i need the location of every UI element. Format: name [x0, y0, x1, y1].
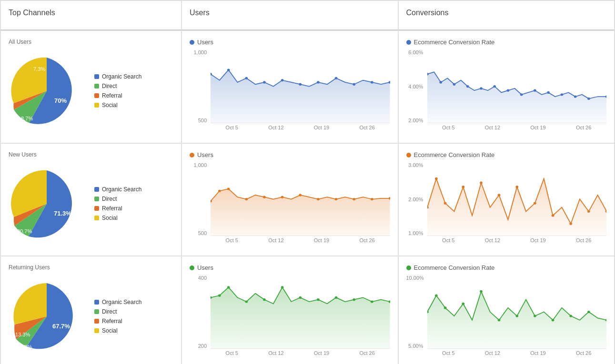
returning-conv-chart: 10.00% 5.00%: [406, 275, 607, 361]
svg-point-77: [462, 303, 464, 305]
svg-point-81: [534, 315, 536, 317]
svg-point-24: [547, 91, 550, 94]
svg-point-27: [587, 98, 590, 100]
legend-item-direct-2: Direct: [94, 196, 141, 202]
legend-item-referral-3: Referral: [94, 318, 141, 325]
organic-label: Organic Search: [102, 73, 141, 80]
all-users-pie-cell: All Users 70% 18.7% 7.3%: [0, 30, 181, 143]
svg-point-4: [227, 69, 230, 71]
legend-item-organic: Organic Search: [94, 73, 141, 80]
svg-text:70%: 70%: [54, 97, 67, 104]
legend-item-social-3: Social: [94, 327, 141, 334]
y-axis-3: 400 200: [190, 275, 209, 349]
svg-point-23: [534, 89, 536, 92]
svg-point-54: [569, 223, 572, 225]
col1-title: Top Channels: [9, 9, 173, 17]
x-axis-conv-3: Oct 5 Oct 12 Oct 19 Oct 26: [427, 350, 607, 361]
svg-text:71.3%: 71.3%: [54, 210, 71, 217]
svg-text:18.7%: 18.7%: [18, 116, 33, 121]
svg-point-6: [263, 81, 266, 83]
col3-title: Conversions: [406, 9, 607, 17]
conv-chart-label-2: Ecommerce Conversion Rate: [406, 151, 607, 158]
x-axis-2: Oct 5 Oct 12 Oct 19 Oct 26: [211, 237, 390, 248]
conv-label-3: Ecommerce Conversion Rate: [414, 264, 495, 271]
svg-point-40: [335, 198, 338, 200]
svg-point-34: [227, 187, 230, 190]
svg-point-46: [435, 177, 438, 180]
users-chart-label-1: Users: [190, 39, 390, 46]
conv-label-2: Ecommerce Conversion Rate: [414, 151, 495, 158]
all-users-pie: 70% 18.7% 7.3%: [9, 53, 85, 129]
social-dot-3: [94, 328, 99, 333]
returning-users-label: Returning Users: [9, 264, 173, 271]
organic-label-3: Organic Search: [102, 299, 141, 305]
referral-dot-3: [94, 319, 99, 324]
conv-chart-label-1: Ecommerce Conversion Rate: [406, 39, 607, 46]
svg-text:13.3%: 13.3%: [15, 332, 30, 337]
x-axis-3: Oct 5 Oct 12 Oct 19 Oct 26: [211, 350, 390, 361]
new-users-chart-cell: Users 1,000 500: [181, 143, 398, 256]
svg-point-84: [587, 311, 590, 313]
svg-point-20: [493, 85, 496, 88]
returning-users-chart: 400 200: [190, 275, 390, 361]
svg-point-26: [574, 95, 576, 98]
direct-dot-3: [94, 309, 99, 314]
social-dot-2: [94, 216, 99, 220]
svg-point-42: [371, 198, 373, 200]
social-dot: [94, 103, 99, 108]
svg-text:20.7%: 20.7%: [17, 228, 32, 234]
svg-point-25: [560, 93, 563, 96]
new-conv-svg-area: [427, 162, 607, 236]
all-conv-svg-area: [427, 49, 607, 123]
conv-dot-3: [406, 266, 411, 270]
x-axis-conv-2: Oct 5 Oct 12 Oct 19 Oct 26: [427, 237, 607, 248]
all-users-chart: 1,000 500: [190, 49, 390, 135]
svg-text:7.3%: 7.3%: [33, 66, 45, 72]
svg-point-10: [335, 77, 338, 79]
svg-point-11: [353, 83, 355, 86]
y-axis-1: 1,000 500: [190, 49, 209, 123]
col2-title: Users: [190, 9, 390, 17]
legend-item-direct-3: Direct: [94, 308, 141, 315]
users-label-1: Users: [197, 39, 213, 46]
users-label-2: Users: [197, 151, 213, 158]
conv-label-1: Ecommerce Conversion Rate: [414, 39, 495, 46]
svg-point-53: [551, 214, 554, 216]
svg-point-39: [317, 198, 320, 200]
direct-label-3: Direct: [102, 308, 117, 315]
returning-users-conv-cell: Ecommerce Conversion Rate 10.00% 5.00%: [398, 256, 615, 364]
svg-point-48: [462, 186, 464, 188]
svg-point-50: [497, 194, 500, 196]
returning-users-svg-area: [211, 275, 390, 349]
legend-item-direct: Direct: [94, 83, 141, 89]
direct-dot: [94, 84, 99, 89]
svg-point-63: [227, 286, 230, 288]
svg-point-33: [218, 190, 221, 192]
new-users-chart: 1,000 500: [190, 162, 390, 248]
svg-point-38: [299, 194, 302, 196]
referral-dot: [94, 93, 99, 98]
social-label-2: Social: [102, 215, 118, 221]
new-users-pie: 71.3% 20.7%: [9, 166, 85, 242]
conversions-header: Conversions: [398, 0, 615, 30]
svg-point-55: [587, 210, 590, 213]
organic-label-2: Organic Search: [102, 186, 141, 193]
svg-point-21: [506, 89, 509, 92]
svg-point-51: [515, 186, 518, 188]
organic-dot: [94, 74, 99, 79]
returning-users-legend: Organic Search Direct Referral Social: [94, 299, 141, 334]
conv-chart-label-3: Ecommerce Conversion Rate: [406, 264, 607, 271]
returning-users-pie-cell: Returning Users 67.7% 15.7% 13.3%: [0, 256, 181, 364]
svg-text:15.7%: 15.7%: [17, 344, 32, 350]
referral-label-3: Referral: [102, 318, 122, 325]
svg-point-75: [435, 294, 438, 296]
social-label-3: Social: [102, 327, 118, 334]
all-users-svg-area: [211, 49, 390, 123]
svg-point-5: [245, 77, 248, 79]
conv-dot-1: [406, 40, 411, 45]
svg-point-65: [263, 298, 266, 301]
svg-point-69: [335, 296, 338, 299]
referral-label: Referral: [102, 92, 122, 99]
svg-point-35: [245, 198, 248, 200]
svg-text:67.7%: 67.7%: [52, 323, 70, 330]
